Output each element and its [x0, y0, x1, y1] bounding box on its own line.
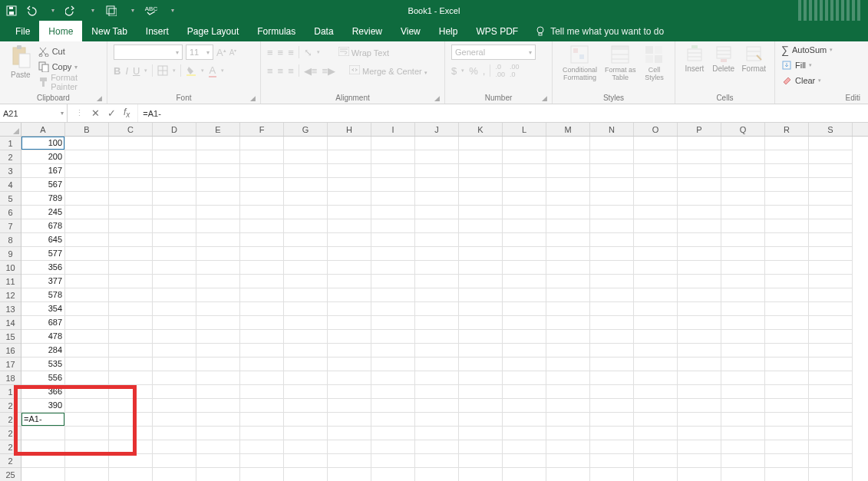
cell[interactable]	[153, 399, 196, 413]
increase-decimal-icon[interactable]: .0.00	[495, 63, 505, 78]
cell[interactable]	[415, 385, 459, 399]
autosum-button[interactable]: ∑AutoSum▾	[781, 43, 857, 57]
cell[interactable]	[546, 316, 590, 330]
cell[interactable]	[459, 440, 503, 454]
cell[interactable]	[721, 413, 765, 427]
cancel-formula-icon[interactable]: ✕	[91, 107, 100, 119]
cell[interactable]	[459, 344, 503, 357]
cell[interactable]	[590, 427, 634, 440]
cell[interactable]	[590, 302, 634, 316]
cell[interactable]	[459, 275, 503, 288]
cell[interactable]	[284, 371, 328, 385]
cell[interactable]	[284, 275, 328, 288]
cell[interactable]	[371, 413, 415, 427]
cell[interactable]: 390	[21, 399, 65, 413]
cell[interactable]	[634, 261, 678, 275]
cell[interactable]	[634, 413, 678, 427]
cell[interactable]	[634, 288, 678, 302]
row-header[interactable]: 2	[0, 150, 21, 164]
column-header[interactable]: L	[503, 123, 546, 136]
delete-cells-button[interactable]: Delete	[711, 44, 737, 73]
cell[interactable]	[721, 427, 765, 440]
cell[interactable]	[415, 440, 459, 454]
cell[interactable]	[240, 302, 284, 316]
cell[interactable]	[765, 247, 809, 261]
cell[interactable]	[109, 206, 153, 219]
cell[interactable]	[721, 316, 765, 330]
tab-formulas[interactable]: Formulas	[248, 21, 305, 41]
cell[interactable]	[415, 137, 459, 150]
cell[interactable]	[503, 302, 546, 316]
cell[interactable]	[765, 137, 809, 150]
cell[interactable]	[721, 302, 765, 316]
cell[interactable]: 366	[21, 385, 65, 399]
cell[interactable]	[328, 178, 371, 192]
row-header[interactable]: 2	[0, 440, 21, 454]
cell[interactable]	[634, 316, 678, 330]
cell[interactable]	[678, 261, 721, 275]
cell[interactable]	[109, 413, 153, 427]
fx-icon[interactable]: fx	[124, 107, 130, 119]
cell[interactable]	[196, 233, 240, 247]
cell[interactable]	[634, 233, 678, 247]
cell[interactable]	[546, 261, 590, 275]
cell[interactable]	[503, 357, 546, 371]
cell[interactable]	[590, 371, 634, 385]
cell[interactable]	[415, 357, 459, 371]
cell[interactable]	[284, 454, 328, 468]
cell[interactable]	[196, 413, 240, 427]
column-header[interactable]: N	[590, 123, 634, 136]
cell[interactable]	[590, 399, 634, 413]
cell[interactable]	[328, 288, 371, 302]
cell[interactable]	[284, 233, 328, 247]
cell[interactable]	[284, 192, 328, 206]
cell[interactable]	[240, 357, 284, 371]
cell[interactable]	[765, 178, 809, 192]
cell[interactable]	[371, 206, 415, 219]
cell[interactable]	[503, 427, 546, 440]
cell[interactable]	[809, 206, 853, 219]
cut-button[interactable]: Cut	[38, 44, 101, 58]
cell[interactable]	[765, 164, 809, 178]
cell[interactable]	[634, 454, 678, 468]
cell[interactable]	[109, 344, 153, 357]
cell[interactable]	[809, 192, 853, 206]
cell[interactable]	[546, 427, 590, 440]
row-header[interactable]: 6	[0, 206, 21, 219]
cell[interactable]	[809, 302, 853, 316]
cell[interactable]	[415, 454, 459, 468]
cell[interactable]	[765, 344, 809, 357]
cell[interactable]	[328, 371, 371, 385]
cell[interactable]	[503, 150, 546, 164]
cell[interactable]	[678, 468, 721, 481]
cell[interactable]	[459, 137, 503, 150]
cell[interactable]	[721, 454, 765, 468]
cell[interactable]	[678, 288, 721, 302]
cell[interactable]	[503, 344, 546, 357]
cell[interactable]	[415, 330, 459, 344]
cell[interactable]	[328, 192, 371, 206]
cell[interactable]	[634, 150, 678, 164]
cell[interactable]	[678, 219, 721, 233]
cell[interactable]	[415, 344, 459, 357]
qat-icon-1[interactable]	[104, 4, 118, 18]
cell[interactable]	[503, 178, 546, 192]
cell[interactable]	[809, 261, 853, 275]
cell[interactable]	[459, 247, 503, 261]
row-header[interactable]: 5	[0, 192, 21, 206]
cell[interactable]	[371, 454, 415, 468]
cell[interactable]	[240, 247, 284, 261]
cell[interactable]	[371, 137, 415, 150]
cell[interactable]	[678, 137, 721, 150]
wrap-text-button[interactable]: Wrap Text	[338, 47, 389, 58]
cell[interactable]	[459, 302, 503, 316]
cell[interactable]	[678, 247, 721, 261]
font-size-selector[interactable]: 11▾	[186, 44, 213, 60]
cell[interactable]	[678, 440, 721, 454]
cell[interactable]	[809, 233, 853, 247]
cell[interactable]	[721, 192, 765, 206]
formula-input[interactable]: =A1-	[138, 104, 868, 122]
cell[interactable]	[765, 275, 809, 288]
cell[interactable]	[590, 219, 634, 233]
percent-format-icon[interactable]: %	[469, 65, 478, 77]
